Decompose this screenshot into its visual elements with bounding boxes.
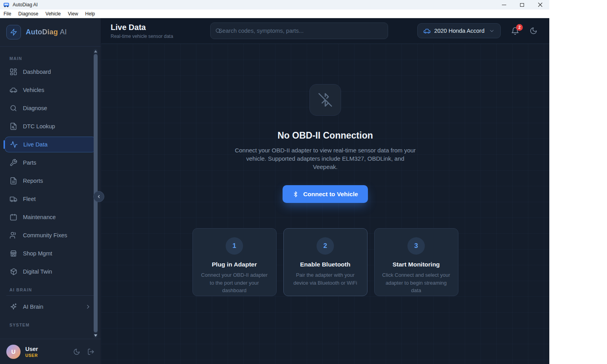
close-button[interactable] (531, 0, 549, 9)
main-panel: Live Data Real-time vehicle sensor data … (101, 18, 549, 364)
menu-view[interactable]: View (64, 10, 82, 17)
section-label-ai-brain: AI BRAIN (9, 287, 91, 292)
sidebar-item-label: Vehicles (23, 87, 44, 93)
vehicle-selector[interactable]: 2020 Honda Accord (417, 23, 501, 38)
app-window: AutoDiag AI File Diagnose Vehicle View H… (0, 0, 549, 364)
sidebar-item-diagnose[interactable]: Diagnose (5, 100, 96, 116)
page-header: Live Data Real-time vehicle sensor data … (101, 18, 549, 44)
page-title: Live Data (111, 23, 204, 32)
sidebar: AutoDiagAI MAIN Dashboard Vehicles Diagn… (0, 18, 101, 364)
selected-vehicle: 2020 Honda Accord (434, 28, 484, 34)
scroll-up-arrow-icon[interactable] (94, 50, 97, 53)
sidebar-item-digital-twin[interactable]: Digital Twin (5, 264, 96, 280)
sidebar-item-maintenance[interactable]: Maintenance (5, 209, 96, 225)
step-card-enable-bluetooth: 2 Enable Bluetooth Pair the adapter with… (283, 228, 368, 296)
chevron-right-icon (85, 304, 91, 310)
maximize-button[interactable] (513, 0, 531, 9)
lightning-bolt-icon (6, 25, 21, 39)
logout-icon (87, 348, 94, 355)
global-search (210, 23, 388, 39)
section-label-main: MAIN (9, 56, 91, 61)
sidebar-item-label: Parts (23, 159, 36, 166)
sidebar-item-label: Maintenance (23, 214, 56, 220)
page-subtitle: Real-time vehicle sensor data (111, 34, 204, 39)
calendar-icon (9, 213, 17, 221)
title-bar: AutoDiag AI (0, 0, 549, 9)
menu-help[interactable]: Help (82, 10, 99, 17)
menu-file[interactable]: File (2, 10, 15, 17)
step-number-badge: 1 (226, 237, 243, 255)
close-icon (538, 2, 543, 7)
user-footer: U User USER (0, 339, 101, 364)
sidebar-item-parts[interactable]: Parts (5, 155, 96, 171)
sidebar-item-fleet[interactable]: Fleet (5, 191, 96, 207)
app-icon (3, 2, 9, 8)
sidebar-item-reports[interactable]: Reports (5, 173, 96, 189)
section-divider (6, 295, 94, 296)
sidebar-item-vehicles[interactable]: Vehicles (5, 82, 96, 98)
step-card-start-monitoring: 3 Start Monitoring Click Connect and sel… (374, 228, 458, 296)
sidebar-item-label: Dashboard (23, 69, 51, 75)
users-icon (9, 231, 17, 239)
bluetooth-off-icon (309, 84, 341, 116)
car-icon (9, 86, 17, 94)
wrench-icon (9, 159, 17, 167)
minimize-button[interactable] (495, 0, 513, 9)
avatar: U (6, 345, 21, 359)
user-name: User (25, 346, 38, 352)
logout-button[interactable] (87, 348, 94, 355)
sidebar-item-label: Diagnose (23, 105, 47, 111)
step-card-plug-in-adapter: 1 Plug in Adapter Connect your OBD-II ad… (192, 228, 277, 296)
menu-vehicle[interactable]: Vehicle (42, 10, 64, 17)
truck-icon (9, 195, 17, 203)
sidebar-logo: AutoDiagAI (0, 18, 101, 47)
menu-diagnose[interactable]: Diagnose (15, 10, 42, 17)
desktop: AutoDiag AI File Diagnose Vehicle View H… (0, 0, 607, 364)
connect-button-label: Connect to Vehicle (303, 191, 358, 198)
notifications-button[interactable]: 2 (511, 27, 519, 35)
window-controls (495, 0, 549, 9)
sidebar-item-live-data[interactable]: Live Data (5, 137, 96, 152)
moon-icon (530, 27, 537, 35)
sidebar-item-shop-mgmt[interactable]: Shop Mgmt (5, 246, 96, 261)
theme-moon-button[interactable] (73, 348, 80, 355)
sidebar-item-ai-brain[interactable]: AI Brain (5, 299, 96, 315)
step-title: Enable Bluetooth (290, 261, 361, 268)
notification-badge: 2 (516, 24, 523, 31)
sidebar-item-dtc-lookup[interactable]: DTC Lookup (5, 118, 96, 134)
setup-steps: 1 Plug in Adapter Connect your OBD-II ad… (192, 228, 458, 296)
user-role-badge: USER (25, 353, 38, 358)
empty-state-title: No OBD-II Connection (277, 130, 373, 141)
sidebar-nav: MAIN Dashboard Vehicles Diagnose DTC Loo… (0, 47, 101, 339)
activity-icon (10, 141, 18, 148)
empty-state-description: Connect your OBD-II adapter to view real… (234, 146, 417, 171)
dark-mode-toggle[interactable] (530, 27, 537, 35)
sidebar-item-label: Fleet (23, 196, 36, 202)
maximize-icon (520, 3, 524, 7)
sidebar-item-dashboard[interactable]: Dashboard (5, 64, 96, 80)
step-description: Connect your OBD-II adapter to the port … (199, 271, 270, 295)
sparkles-icon (9, 303, 17, 311)
bluetooth-icon (292, 191, 299, 197)
chevron-left-icon (96, 194, 101, 199)
step-title: Plug in Adapter (199, 261, 270, 268)
car-icon (423, 27, 431, 35)
step-title: Start Monitoring (381, 261, 452, 268)
step-description: Pair the adapter with your device via Bl… (290, 271, 361, 287)
sidebar-collapse-button[interactable] (93, 191, 104, 202)
search-input[interactable] (210, 23, 388, 39)
dashboard-icon (9, 68, 17, 76)
live-data-content: No OBD-II Connection Connect your OBD-II… (101, 44, 549, 364)
step-number-badge: 2 (317, 237, 334, 255)
sidebar-item-label: Shop Mgmt (23, 250, 52, 257)
report-icon (9, 177, 17, 185)
cube-icon (9, 268, 17, 276)
chevron-down-icon (489, 28, 495, 34)
scroll-down-arrow-icon[interactable] (94, 334, 97, 337)
file-search-icon (9, 122, 17, 130)
store-icon (9, 250, 17, 257)
window-title: AutoDiag AI (13, 2, 38, 8)
search-icon (9, 104, 17, 112)
connect-to-vehicle-button[interactable]: Connect to Vehicle (283, 185, 368, 203)
sidebar-item-community-fixes[interactable]: Community Fixes (5, 227, 96, 243)
